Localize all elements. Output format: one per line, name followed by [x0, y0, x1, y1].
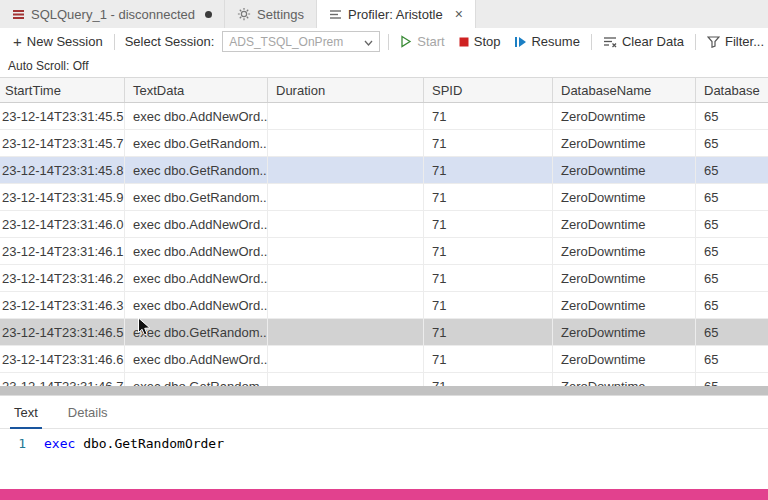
- column-header-duration[interactable]: Duration: [268, 78, 424, 102]
- filter-button[interactable]: Filter...: [700, 34, 768, 49]
- grid-cell[interactable]: exec dbo.GetRandom...: [125, 373, 268, 386]
- grid-cell[interactable]: ZeroDowntime: [553, 265, 696, 291]
- tab-details[interactable]: Details: [68, 396, 108, 428]
- tab-settings[interactable]: Settings: [225, 0, 317, 28]
- grid-cell[interactable]: 23-12-14T23:31:46.2...: [0, 265, 125, 291]
- grid-cell[interactable]: ZeroDowntime: [553, 319, 696, 345]
- grid-cell[interactable]: exec dbo.AddNewOrd...: [125, 346, 268, 372]
- grid-cell[interactable]: exec dbo.AddNewOrd...: [125, 238, 268, 264]
- tab-profiler[interactable]: Profiler: Aristotle ×: [317, 0, 476, 28]
- grid-cell[interactable]: 23-12-14T23:31:46.1...: [0, 238, 125, 264]
- grid-cell[interactable]: 65: [696, 130, 768, 156]
- grid-cell[interactable]: 65: [696, 211, 768, 237]
- resume-button[interactable]: Resume: [507, 34, 586, 49]
- grid-cell[interactable]: 23-12-14T23:31:45.5...: [0, 103, 125, 129]
- grid-cell[interactable]: 65: [696, 103, 768, 129]
- column-header-database[interactable]: Database: [696, 78, 768, 102]
- grid-cell[interactable]: 71: [424, 346, 553, 372]
- grid-cell[interactable]: 23-12-14T23:31:45.8...: [0, 157, 125, 183]
- stop-button[interactable]: Stop: [452, 34, 508, 49]
- table-row[interactable]: 23-12-14T23:31:46.2...exec dbo.AddNewOrd…: [0, 265, 768, 292]
- grid-cell[interactable]: ZeroDowntime: [553, 292, 696, 318]
- grid-cell[interactable]: ZeroDowntime: [553, 238, 696, 264]
- grid-cell[interactable]: 71: [424, 265, 553, 291]
- column-header-starttime[interactable]: StartTime: [0, 78, 125, 102]
- grid-cell[interactable]: 71: [424, 319, 553, 345]
- grid-cell[interactable]: exec dbo.GetRandom...: [125, 130, 268, 156]
- grid-cell[interactable]: exec dbo.GetRandom...: [125, 157, 268, 183]
- session-select[interactable]: ADS_TSQL_OnPrem: [222, 31, 380, 52]
- start-button[interactable]: Start: [393, 34, 451, 49]
- grid-cell[interactable]: [268, 265, 424, 291]
- grid-cell[interactable]: exec dbo.GetRandom...: [125, 319, 268, 345]
- grid-cell[interactable]: 23-12-14T23:31:46.7...: [0, 373, 125, 386]
- grid-cell[interactable]: ZeroDowntime: [553, 103, 696, 129]
- grid-cell[interactable]: [268, 103, 424, 129]
- table-row[interactable]: 23-12-14T23:31:45.9...exec dbo.GetRandom…: [0, 184, 768, 211]
- grid-cell[interactable]: [268, 319, 424, 345]
- grid-cell[interactable]: ZeroDowntime: [553, 130, 696, 156]
- table-row[interactable]: 23-12-14T23:31:46.5...exec dbo.GetRandom…: [0, 319, 768, 346]
- horizontal-scrollbar[interactable]: [0, 386, 768, 395]
- grid-cell[interactable]: exec dbo.AddNewOrd...: [125, 292, 268, 318]
- grid-cell[interactable]: 71: [424, 211, 553, 237]
- grid-cell[interactable]: 23-12-14T23:31:46.6...: [0, 346, 125, 372]
- grid-cell[interactable]: 23-12-14T23:31:46.5...: [0, 319, 125, 345]
- grid-cell[interactable]: [268, 346, 424, 372]
- table-row[interactable]: 23-12-14T23:31:45.7...exec dbo.GetRandom…: [0, 130, 768, 157]
- table-row[interactable]: 23-12-14T23:31:46.3...exec dbo.AddNewOrd…: [0, 292, 768, 319]
- grid-cell[interactable]: 65: [696, 265, 768, 291]
- grid-cell[interactable]: 65: [696, 346, 768, 372]
- clear-data-button[interactable]: Clear Data: [596, 34, 691, 49]
- new-session-button[interactable]: + New Session: [6, 34, 110, 49]
- grid-cell[interactable]: 65: [696, 319, 768, 345]
- tab-text[interactable]: Text: [14, 396, 38, 428]
- grid-cell[interactable]: ZeroDowntime: [553, 157, 696, 183]
- grid-cell[interactable]: [268, 130, 424, 156]
- table-row[interactable]: 23-12-14T23:31:46.7...exec dbo.GetRandom…: [0, 373, 768, 386]
- grid-cell[interactable]: [268, 292, 424, 318]
- column-header-spid[interactable]: SPID: [424, 78, 553, 102]
- grid-cell[interactable]: 71: [424, 130, 553, 156]
- grid-cell[interactable]: [268, 373, 424, 386]
- table-row[interactable]: 23-12-14T23:31:45.8...exec dbo.GetRandom…: [0, 157, 768, 184]
- auto-scroll-toggle[interactable]: Auto Scroll: Off: [0, 55, 768, 77]
- grid-cell[interactable]: 23-12-14T23:31:45.7...: [0, 130, 125, 156]
- grid-cell[interactable]: 23-12-14T23:31:46.0...: [0, 211, 125, 237]
- tab-sqlquery[interactable]: SQLQuery_1 - disconnected: [0, 0, 225, 28]
- table-row[interactable]: 23-12-14T23:31:45.5...exec dbo.AddNewOrd…: [0, 103, 768, 130]
- table-row[interactable]: 23-12-14T23:31:46.6...exec dbo.AddNewOrd…: [0, 346, 768, 373]
- scrollbar-thumb[interactable]: [0, 386, 768, 395]
- grid-cell[interactable]: 71: [424, 373, 553, 386]
- grid-cell[interactable]: 65: [696, 184, 768, 210]
- grid-cell[interactable]: ZeroDowntime: [553, 184, 696, 210]
- grid-cell[interactable]: [268, 211, 424, 237]
- grid-cell[interactable]: exec dbo.AddNewOrd...: [125, 103, 268, 129]
- grid-cell[interactable]: 65: [696, 238, 768, 264]
- close-icon[interactable]: ×: [455, 7, 463, 21]
- grid-cell[interactable]: ZeroDowntime: [553, 211, 696, 237]
- grid-cell[interactable]: 71: [424, 184, 553, 210]
- grid-cell[interactable]: exec dbo.GetRandom...: [125, 184, 268, 210]
- grid-cell[interactable]: 71: [424, 157, 553, 183]
- column-header-textdata[interactable]: TextData: [125, 78, 268, 102]
- grid-cell[interactable]: 65: [696, 373, 768, 386]
- grid-cell[interactable]: 71: [424, 103, 553, 129]
- grid-cell[interactable]: [268, 157, 424, 183]
- grid-cell[interactable]: ZeroDowntime: [553, 346, 696, 372]
- text-viewer[interactable]: 1 exec dbo.GetRandomOrder: [0, 429, 768, 452]
- table-row[interactable]: 23-12-14T23:31:46.0...exec dbo.AddNewOrd…: [0, 211, 768, 238]
- grid-cell[interactable]: 23-12-14T23:31:46.3...: [0, 292, 125, 318]
- grid-cell[interactable]: 71: [424, 238, 553, 264]
- grid-cell[interactable]: ZeroDowntime: [553, 373, 696, 386]
- grid-cell[interactable]: [268, 184, 424, 210]
- grid-cell[interactable]: 65: [696, 157, 768, 183]
- grid-cell[interactable]: [268, 238, 424, 264]
- grid-cell[interactable]: 71: [424, 292, 553, 318]
- grid-cell[interactable]: exec dbo.AddNewOrd...: [125, 211, 268, 237]
- column-header-databasename[interactable]: DatabaseName: [553, 78, 696, 102]
- grid-cell[interactable]: 65: [696, 292, 768, 318]
- grid-cell[interactable]: 23-12-14T23:31:45.9...: [0, 184, 125, 210]
- table-row[interactable]: 23-12-14T23:31:46.1...exec dbo.AddNewOrd…: [0, 238, 768, 265]
- grid-cell[interactable]: exec dbo.AddNewOrd...: [125, 265, 268, 291]
